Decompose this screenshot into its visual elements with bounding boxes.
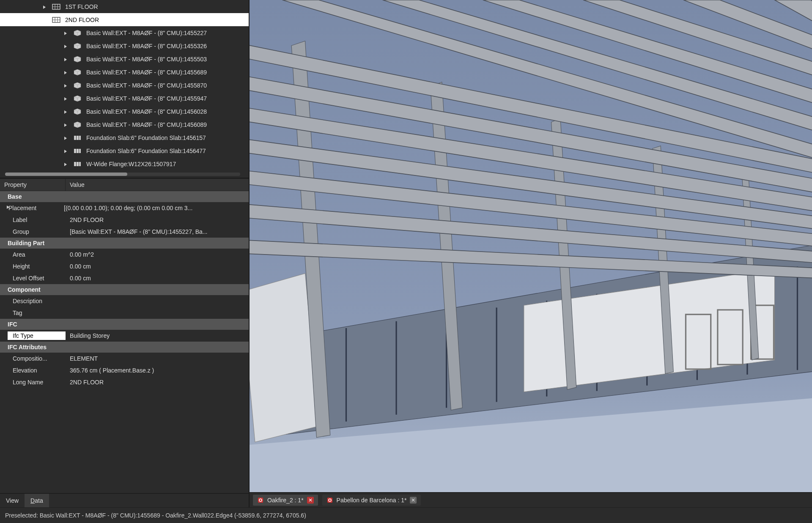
slab-icon bbox=[73, 134, 82, 142]
tree-label: 2ND FLOOR bbox=[65, 16, 99, 23]
svg-rect-12 bbox=[77, 149, 79, 153]
expand-arrow-icon[interactable] bbox=[0, 204, 6, 212]
expand-arrow-icon[interactable] bbox=[63, 135, 69, 141]
expand-arrow-icon[interactable] bbox=[42, 4, 48, 10]
svg-rect-56 bbox=[327, 498, 332, 503]
expand-arrow-icon[interactable] bbox=[63, 43, 69, 49]
tree-label: W-Wide Flange:W12X26:1507917 bbox=[86, 161, 176, 167]
group-component[interactable]: Component bbox=[0, 284, 249, 295]
expand-arrow-icon[interactable] bbox=[63, 30, 69, 36]
prop-placement[interactable]: Placement [(0.00 0.00 1.00); 0.00 deg; (… bbox=[0, 202, 249, 214]
group-ifc-attributes[interactable]: IFC Attributes bbox=[0, 342, 249, 353]
expand-arrow-icon[interactable] bbox=[63, 109, 69, 115]
expand-arrow-icon[interactable] bbox=[63, 56, 69, 62]
prop-level-offset[interactable]: Level Offset0.00 cm bbox=[0, 272, 249, 284]
tree-label: Basic Wall:EXT - M8AØF - (8" CMU):145602… bbox=[86, 108, 207, 115]
close-icon[interactable]: ✕ bbox=[410, 497, 417, 504]
expand-arrow-icon[interactable] bbox=[63, 122, 69, 128]
prop-label[interactable]: Label2ND FLOOR bbox=[0, 214, 249, 226]
prop-long-name[interactable]: Long Name2ND FLOOR bbox=[0, 376, 249, 388]
wall-icon bbox=[73, 95, 82, 102]
prop-ifc-type[interactable]: Ifc TypeBuilding Storey bbox=[0, 330, 249, 342]
tree-item-element[interactable]: W-Wide Flange:W12X26:1507917 bbox=[0, 157, 249, 170]
tree-label: Basic Wall:EXT - M8AØF - (8" CMU):145587… bbox=[86, 82, 207, 89]
status-text: Preselected: Basic Wall:EXT - M8AØF - (8… bbox=[5, 512, 306, 519]
close-icon[interactable]: ✕ bbox=[307, 497, 314, 504]
slab-icon bbox=[73, 147, 82, 155]
expand-arrow-icon[interactable] bbox=[63, 96, 69, 101]
prop-composition[interactable]: Compositio...ELEMENT bbox=[0, 353, 249, 364]
group-building-part[interactable]: Building Part bbox=[0, 238, 249, 249]
tab-label: Pabellon de Barcelona : 1* bbox=[337, 497, 407, 504]
prop-description[interactable]: Description bbox=[0, 295, 249, 307]
beam-icon bbox=[73, 160, 82, 168]
tree-label: Basic Wall:EXT - M8AØF - (8" CMU):145608… bbox=[86, 121, 207, 128]
tree-label: Basic Wall:EXT - M8AØF - (8" CMU):145550… bbox=[86, 56, 207, 63]
tree-item-element[interactable]: Foundation Slab:6" Foundation Slab:14561… bbox=[0, 131, 249, 144]
svg-rect-16 bbox=[79, 162, 81, 166]
tree-item-1st-floor[interactable]: 1ST FLOOR bbox=[0, 0, 249, 13]
prop-height[interactable]: Height0.00 cm bbox=[0, 260, 249, 272]
document-icon bbox=[326, 497, 333, 504]
tab-label: Oakfire_2 : 1* bbox=[267, 497, 304, 504]
wall-icon bbox=[73, 55, 82, 63]
tree-item-element[interactable]: Basic Wall:EXT - M8AØF - (8" CMU):145550… bbox=[0, 52, 249, 66]
document-tab-oakfire[interactable]: Oakfire_2 : 1* ✕ bbox=[253, 495, 318, 506]
wall-icon bbox=[73, 108, 82, 115]
wall-icon bbox=[73, 68, 82, 76]
tree-label: 1ST FLOOR bbox=[65, 3, 98, 10]
tree-item-element[interactable]: Basic Wall:EXT - M8AØF - (8" CMU):145522… bbox=[0, 26, 249, 39]
document-tabs: Oakfire_2 : 1* ✕ Pabellon de Barcelona :… bbox=[250, 492, 812, 507]
tree-item-element[interactable]: Basic Wall:EXT - M8AØF - (8" CMU):145532… bbox=[0, 39, 249, 52]
tree-label: Basic Wall:EXT - M8AØF - (8" CMU):145532… bbox=[86, 43, 207, 49]
svg-rect-11 bbox=[74, 149, 76, 153]
status-bar: Preselected: Basic Wall:EXT - M8AØF - (8… bbox=[0, 507, 812, 523]
expand-arrow-icon[interactable] bbox=[63, 148, 69, 154]
svg-rect-10 bbox=[79, 136, 81, 140]
tree-label: Foundation Slab:6" Foundation Slab:14564… bbox=[86, 148, 206, 154]
svg-rect-14 bbox=[74, 162, 76, 166]
tree-item-2nd-floor[interactable]: 2ND FLOOR bbox=[0, 13, 249, 26]
prop-group[interactable]: Group[Basic Wall:EXT - M8AØF - (8" CMU):… bbox=[0, 226, 249, 238]
expand-arrow-icon[interactable] bbox=[42, 17, 48, 23]
wall-icon bbox=[73, 42, 82, 50]
svg-rect-8 bbox=[74, 136, 76, 140]
left-panel: 1ST FLOOR 2ND FLOOR Basic Wall:EXT - M8A… bbox=[0, 0, 250, 507]
wall-icon bbox=[73, 121, 82, 129]
prop-area[interactable]: Area0.00 m^2 bbox=[0, 249, 249, 260]
document-icon bbox=[257, 497, 264, 504]
tree-item-element[interactable]: Foundation Slab:6" Foundation Slab:14564… bbox=[0, 144, 249, 157]
tree-label: Basic Wall:EXT - M8AØF - (8" CMU):145522… bbox=[86, 30, 207, 36]
tree-item-element[interactable]: Basic Wall:EXT - M8AØF - (8" CMU):145602… bbox=[0, 105, 249, 118]
prop-elevation[interactable]: Elevation365.76 cm ( Placement.Base.z ) bbox=[0, 364, 249, 376]
property-column-header[interactable]: Property bbox=[0, 179, 66, 191]
model-tree[interactable]: 1ST FLOOR 2ND FLOOR Basic Wall:EXT - M8A… bbox=[0, 0, 249, 178]
wall-icon bbox=[73, 82, 82, 89]
panel-tabs: View Data bbox=[0, 493, 249, 507]
expand-arrow-icon[interactable] bbox=[63, 82, 69, 88]
horizontal-scrollbar[interactable] bbox=[5, 173, 240, 176]
prop-tag[interactable]: Tag bbox=[0, 307, 249, 319]
value-column-header[interactable]: Value bbox=[66, 179, 249, 191]
property-header: Property Value bbox=[0, 179, 249, 191]
expand-arrow-icon[interactable] bbox=[63, 69, 69, 75]
svg-rect-15 bbox=[77, 162, 79, 166]
tree-item-element[interactable]: Basic Wall:EXT - M8AØF - (8" CMU):145568… bbox=[0, 66, 249, 79]
expand-arrow-icon[interactable] bbox=[63, 161, 69, 167]
group-base[interactable]: Base bbox=[0, 191, 249, 202]
3d-viewport[interactable] bbox=[250, 0, 812, 492]
tab-label: D bbox=[30, 497, 35, 504]
tree-label: Basic Wall:EXT - M8AØF - (8" CMU):145594… bbox=[86, 95, 207, 102]
group-ifc[interactable]: IFC bbox=[0, 319, 249, 330]
tree-item-element[interactable]: Basic Wall:EXT - M8AØF - (8" CMU):145608… bbox=[0, 118, 249, 131]
tab-view[interactable]: View bbox=[0, 494, 25, 507]
tab-data[interactable]: Data bbox=[25, 494, 49, 507]
document-tab-pabellon[interactable]: Pabellon de Barcelona : 1* ✕ bbox=[322, 495, 421, 506]
wall-icon bbox=[73, 29, 82, 37]
tree-item-element[interactable]: Basic Wall:EXT - M8AØF - (8" CMU):145587… bbox=[0, 79, 249, 92]
property-panel: Property Value Base Placement [(0.00 0.0… bbox=[0, 178, 249, 493]
tree-item-element[interactable]: Basic Wall:EXT - M8AØF - (8" CMU):145594… bbox=[0, 92, 249, 105]
svg-rect-13 bbox=[79, 149, 81, 153]
svg-rect-54 bbox=[258, 498, 263, 503]
level-icon bbox=[52, 3, 61, 11]
